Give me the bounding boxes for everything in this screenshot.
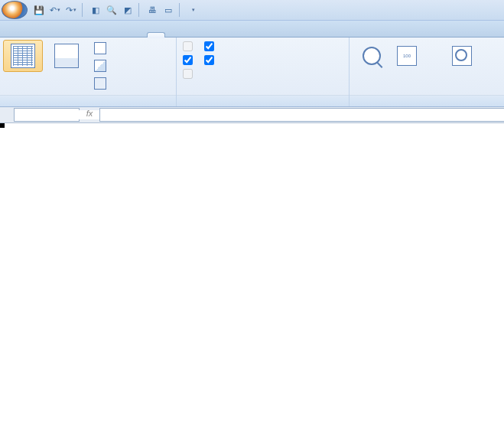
qat-icon-1[interactable]: ◧ <box>89 3 102 17</box>
ribbon: 100 <box>0 38 504 107</box>
full-screen-icon <box>94 77 106 90</box>
qat-icon-2[interactable]: 🔍 <box>105 3 119 17</box>
tab-formulas[interactable] <box>89 31 108 37</box>
qat-icon-4[interactable]: 🖶 <box>145 3 159 17</box>
undo-icon[interactable]: ↶▾ <box>48 3 62 17</box>
qat-customize-icon[interactable]: ▾ <box>186 3 200 17</box>
formula-bar: ▼ fx <box>0 107 504 123</box>
normal-view-icon <box>11 44 35 68</box>
tab-data[interactable] <box>109 31 127 37</box>
group-workbook-views <box>0 38 177 106</box>
full-screen-button[interactable] <box>90 75 113 92</box>
group-views-label <box>0 95 176 106</box>
formula-bar-check-input[interactable] <box>204 41 214 51</box>
formula-input[interactable] <box>99 108 504 122</box>
page-break-icon <box>94 42 106 54</box>
normal-view-button[interactable] <box>3 40 43 72</box>
gridlines-check-input[interactable] <box>183 55 193 65</box>
group-zoom-label <box>350 95 504 106</box>
qat-icon-5[interactable]: ▭ <box>161 3 175 17</box>
tab-home[interactable] <box>32 31 50 37</box>
zoom-icon <box>363 47 381 65</box>
group-zoom: 100 <box>350 38 504 106</box>
headings-check-input[interactable] <box>204 55 214 65</box>
name-box[interactable]: ▼ <box>14 108 80 122</box>
redo-icon[interactable]: ↷▾ <box>64 3 78 17</box>
message-bar-checkbox <box>180 67 200 80</box>
zoom-selection-button[interactable] <box>423 40 501 72</box>
tab-insert[interactable] <box>51 31 70 37</box>
fx-icon[interactable]: fx <box>83 109 96 122</box>
headings-checkbox[interactable] <box>201 54 221 67</box>
spreadsheet-grid[interactable] <box>0 123 504 434</box>
ribbon-tabs <box>0 21 504 38</box>
qat-icon-3[interactable]: ◩ <box>121 3 135 17</box>
tab-review[interactable] <box>128 31 146 37</box>
group-show-label <box>177 95 349 106</box>
gridlines-checkbox[interactable] <box>180 54 200 67</box>
page-layout-button[interactable] <box>44 40 89 72</box>
office-button[interactable] <box>2 1 28 19</box>
ruler-checkbox <box>180 40 200 53</box>
fill-handle[interactable] <box>0 123 5 128</box>
ruler-check-input <box>183 41 193 51</box>
zoom-100-button[interactable]: 100 <box>392 40 421 72</box>
tab-view[interactable] <box>147 32 165 38</box>
quick-access-toolbar: 💾 ↶▾ ↷▾ ◧ 🔍 ◩ 🖶 ▭ ▾ <box>32 3 200 17</box>
page-break-preview-button[interactable] <box>90 40 113 57</box>
save-icon[interactable]: 💾 <box>32 3 46 17</box>
tab-page-layout[interactable] <box>70 31 89 37</box>
group-show-hide <box>177 38 350 106</box>
page-layout-icon <box>54 44 79 68</box>
zoom-selection-icon <box>452 46 472 66</box>
zoom-100-icon: 100 <box>397 46 417 66</box>
title-bar: 💾 ↶▾ ↷▾ ◧ 🔍 ◩ 🖶 ▭ ▾ <box>0 0 504 21</box>
message-bar-check-input <box>183 69 193 79</box>
custom-views-button[interactable] <box>90 57 113 74</box>
zoom-button[interactable] <box>353 40 391 72</box>
tab-addins[interactable] <box>166 31 184 37</box>
custom-views-icon <box>94 60 106 72</box>
formula-bar-checkbox[interactable] <box>201 40 221 53</box>
